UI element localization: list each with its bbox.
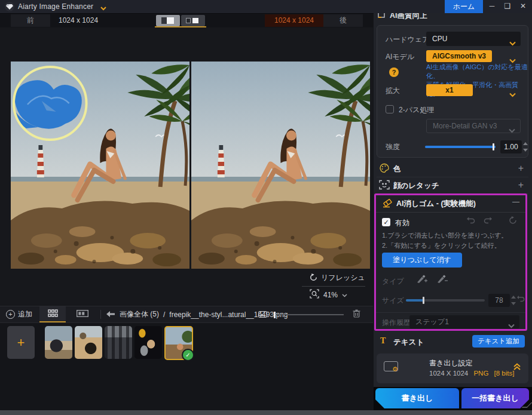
settings-panel: AI画質向上 ハードウェア CPU AIモデル AIGCsmooth v3 ? …: [374, 13, 532, 410]
view-split-toggle[interactable]: [156, 15, 180, 26]
export-settings-box[interactable]: ⚙ 書き出し設定 1024 X 1024 PNG [8 bits]: [377, 353, 528, 383]
strength-label: 強度: [386, 142, 400, 152]
color-expand-icon[interactable]: +: [518, 163, 524, 174]
eraser-size-label: サイズ: [382, 296, 404, 306]
refresh-button[interactable]: リフレッシュ: [310, 273, 365, 283]
after-image[interactable]: [191, 62, 370, 269]
eraser-size-value[interactable]: 78: [488, 294, 510, 307]
enhance-section-icon: [378, 13, 386, 21]
home-button[interactable]: ホーム: [445, 0, 483, 13]
undo-icon[interactable]: [467, 217, 475, 226]
export-button[interactable]: 書き出し: [375, 388, 459, 408]
thumb-size-slider[interactable]: [272, 314, 344, 315]
minimize-button[interactable]: ─: [484, 0, 500, 13]
brush-add-icon[interactable]: [415, 274, 427, 286]
close-button[interactable]: ✕: [515, 0, 531, 13]
strength-slider-handle[interactable]: [493, 143, 494, 150]
toolbar-separator: [100, 310, 101, 319]
strength-value[interactable]: 1.00: [500, 140, 522, 153]
breadcrumb-separator: /: [163, 311, 165, 319]
panel-header: AI画質向上: [378, 13, 497, 22]
eraser-divider-2: [376, 312, 525, 313]
window-resize-bar: [0, 410, 532, 415]
app-title: Aiarty Image Enhancer: [18, 2, 93, 11]
history-value: ステップ1: [415, 318, 449, 326]
twopass-checkbox[interactable]: [386, 105, 394, 113]
before-label: 前: [11, 14, 50, 27]
image-viewer: リフレッシュ 41%: [0, 27, 373, 305]
eraser-icon: [382, 199, 393, 210]
text-add-button[interactable]: テキスト追加: [472, 335, 525, 348]
color-section-title: 色: [393, 164, 401, 174]
model-hint-line1: AI生成画像（AIGC）の対応を最適化、: [426, 63, 528, 81]
help-icon[interactable]: ?: [389, 67, 399, 77]
model-dropdown[interactable]: AIGCsmooth v3: [426, 49, 521, 63]
app-logo-icon: [5, 2, 14, 13]
eraser-hint-2: 2.「有効にする」をクリックして続行。: [382, 241, 501, 250]
face-retouch-icon: [379, 180, 390, 192]
hardware-dropdown[interactable]: CPU: [426, 32, 521, 46]
delete-image-button[interactable]: [353, 306, 360, 322]
twopass-model-dropdown: More-Detail GAN v3: [426, 119, 521, 133]
back-arrow-icon: [106, 311, 115, 319]
zoom-chevron-icon[interactable]: [342, 291, 347, 299]
text-section-title: テキスト: [393, 337, 424, 348]
add-image-button[interactable]: + 追加: [2, 306, 36, 322]
text-section[interactable]: T テキスト テキスト追加: [377, 334, 528, 350]
erase-apply-button[interactable]: 塗りつぶして消す: [382, 253, 462, 268]
size-reset-icon[interactable]: [517, 295, 525, 304]
brush-subtract-icon[interactable]: [436, 274, 448, 286]
filmstrip-view-icon: [77, 310, 88, 319]
scale-dropdown[interactable]: x1: [426, 83, 521, 97]
breadcrumb-collection[interactable]: 画像全体 (5): [120, 309, 159, 319]
grid-view-button[interactable]: [39, 306, 66, 322]
export-bits: [8 bits]: [494, 370, 515, 377]
export-gear-icon: ⚙: [392, 365, 398, 373]
eraser-collapse-button[interactable]: —: [512, 198, 519, 206]
twopass-model-value: More-Detail GAN v3: [433, 122, 497, 130]
eraser-type-label: タイプ: [382, 276, 404, 287]
breadcrumb-back-button[interactable]: [106, 306, 115, 322]
refresh-icon: [310, 273, 317, 283]
before-size: 1024 x 1024: [59, 14, 98, 27]
thumbnail-4[interactable]: [134, 326, 162, 359]
eraser-enabled-checkbox[interactable]: ✓: [382, 218, 390, 226]
zoom-value: 41%: [323, 291, 338, 299]
maximize-button[interactable]: ❑: [500, 0, 515, 13]
thumbnail-2[interactable]: [75, 326, 102, 359]
filmstrip-view-button[interactable]: [69, 306, 96, 322]
thumbnail-3[interactable]: [105, 326, 132, 359]
batch-export-button[interactable]: 一括書き出し: [461, 388, 529, 408]
thumb-size-slider-handle[interactable]: [274, 312, 276, 318]
strength-stepper[interactable]: [523, 140, 528, 153]
eraser-size-slider[interactable]: [406, 299, 485, 302]
scale-chevron-icon: [509, 88, 516, 102]
thumbnail-1[interactable]: [45, 326, 72, 359]
app-menu-chevron-icon[interactable]: [100, 4, 106, 13]
scale-label: 拡大: [386, 86, 400, 96]
model-value-pill: AIGCsmooth v3: [426, 50, 492, 62]
eraser-enabled-label: 有効: [395, 218, 409, 228]
strength-slider[interactable]: [425, 146, 496, 148]
eraser-size-slider-handle[interactable]: [423, 297, 424, 304]
reset-icon[interactable]: [509, 216, 517, 226]
export-settings-detail: 1024 X 1024 PNG [8 bits]: [429, 370, 514, 377]
thumbnail-5-selected[interactable]: ✓: [164, 326, 193, 360]
face-retouch-expand-icon[interactable]: +: [518, 180, 524, 190]
add-thumbnail-button[interactable]: +: [7, 326, 35, 359]
collapse-double-chevron-icon[interactable]: [513, 362, 521, 373]
add-label: 追加: [18, 309, 32, 319]
history-dropdown[interactable]: ステップ1: [409, 315, 519, 328]
color-section[interactable]: 色 +: [377, 161, 528, 177]
redo-icon[interactable]: [484, 217, 492, 226]
face-retouch-section[interactable]: 顔のレタッチ +: [377, 178, 528, 194]
eraser-hint-1: 1.ブラシで消去したい部分を塗りつぶす。: [382, 231, 507, 240]
before-image[interactable]: [11, 62, 189, 269]
eraser-size-stepper[interactable]: [511, 294, 516, 307]
breadcrumb-filename: freepik__the-styl...atural__14493.png: [169, 311, 288, 319]
export-button-row: 書き出し 一括書き出し: [374, 387, 532, 410]
zoom-control[interactable]: 41%: [310, 289, 347, 300]
view-side-by-side-toggle[interactable]: [181, 15, 205, 26]
selected-check-badge: ✓: [182, 349, 194, 361]
color-palette-icon: [379, 163, 390, 175]
